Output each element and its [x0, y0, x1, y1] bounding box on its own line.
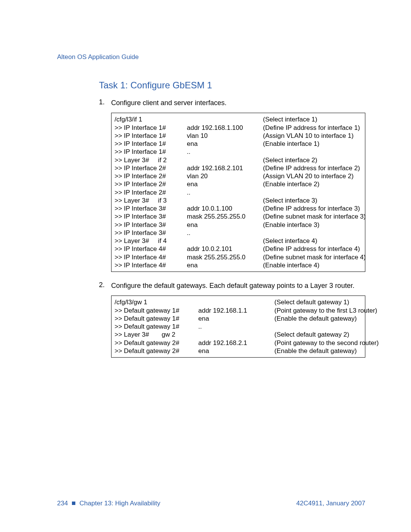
- step-text: Configure the default gateways. Each def…: [111, 281, 354, 290]
- cli-prompt: >> Default gateway 1#: [115, 307, 198, 315]
- cli-prompt: >> IP Interface 1#: [115, 132, 187, 140]
- cli-comment: (Select interface 2): [263, 156, 362, 164]
- cli-cmd: addr 10.0.2.101: [187, 245, 263, 253]
- cli-prompt: >> Layer 3# if 3: [115, 197, 187, 204]
- cli-prompt: >> IP Interface 4#: [115, 245, 187, 253]
- cli-cmd: addr 192.168.1.1: [198, 307, 274, 315]
- cli-cmd: ..: [187, 229, 263, 237]
- cli-comment: (Enable interface 1): [263, 140, 362, 148]
- cli-prompt: >> IP Interface 2#: [115, 180, 187, 188]
- cli-cmd: mask 255.255.255.0: [187, 253, 263, 261]
- page-number: 234: [57, 500, 68, 507]
- code-block-interfaces: /cfg/l3/if 1(Select interface 1) >> IP I…: [111, 113, 365, 272]
- cli-cmd: ena: [187, 140, 263, 148]
- cli-comment: (Define IP address for interface 4): [263, 245, 362, 253]
- cli-comment: (Define IP address for interface 1): [263, 124, 362, 132]
- cli-prompt: >> IP Interface 3#: [115, 229, 187, 237]
- cli-prompt: >> IP Interface 3#: [115, 204, 187, 212]
- cli-cmd: [187, 197, 263, 204]
- cli-cmd: [187, 156, 263, 164]
- cli-prompt: >> Default gateway 1#: [115, 315, 198, 323]
- cli-comment: (Define IP address for interface 3): [263, 204, 362, 212]
- cli-prompt: >> IP Interface 2#: [115, 164, 187, 172]
- cli-cmd: ena: [187, 221, 263, 229]
- step-number: 2.: [99, 281, 111, 290]
- cli-cmd: addr 192.168.2.1: [198, 339, 274, 347]
- cli-prompt: >> IP Interface 1#: [115, 140, 187, 148]
- code-block-gateways: /cfg/l3/gw 1(Select default gateway 1) >…: [111, 296, 365, 358]
- cli-comment: (Assign VLAN 20 to interface 2): [263, 172, 362, 180]
- cli-prompt: >> IP Interface 3#: [115, 221, 187, 229]
- cli-prompt: >> Layer 3# gw 2: [115, 331, 198, 339]
- step-number: 1.: [99, 98, 111, 107]
- cli-comment: [263, 189, 362, 197]
- cli-cmd: vlan 20: [187, 172, 263, 180]
- cli-comment: (Point gateway to the second router): [274, 339, 379, 347]
- cli-prompt: >> IP Interface 2#: [115, 172, 187, 180]
- cli-prompt: >> IP Interface 3#: [115, 212, 187, 220]
- cli-prompt: /cfg/l3/if 1: [115, 115, 187, 123]
- cli-comment: [263, 148, 362, 156]
- cli-cmd: ..: [198, 323, 274, 331]
- cli-cmd: addr 10.0.1.100: [187, 204, 263, 212]
- cli-comment: (Assign VLAN 10 to interface 1): [263, 132, 362, 140]
- cli-cmd: addr 192.168.1.100: [187, 124, 263, 132]
- cli-comment: (Select default gateway 1): [274, 298, 362, 306]
- cli-prompt: >> IP Interface 1#: [115, 148, 187, 156]
- square-bullet-icon: [72, 502, 75, 505]
- cli-comment: (Select interface 4): [263, 237, 362, 245]
- cli-comment: (Point gateway to the first L3 router): [274, 307, 377, 315]
- step-1: 1. Configure client and server interface…: [99, 98, 365, 107]
- step-2: 2. Configure the default gateways. Each …: [99, 281, 365, 290]
- cli-comment: (Enable interface 3): [263, 221, 362, 229]
- cli-cmd: [198, 298, 274, 306]
- cli-cmd: ena: [187, 180, 263, 188]
- cli-prompt: >> Layer 3# if 2: [115, 156, 187, 164]
- cli-comment: (Define IP address for interface 2): [263, 164, 362, 172]
- cli-comment: (Define subnet mask for interface 3): [263, 212, 366, 220]
- chapter-label: Chapter 13: High Availability: [80, 500, 160, 507]
- cli-cmd: ..: [187, 189, 263, 197]
- cli-cmd: addr 192.168.2.101: [187, 164, 263, 172]
- footer-left: 234 Chapter 13: High Availability: [57, 500, 160, 507]
- cli-comment: [263, 229, 362, 237]
- cli-cmd: [198, 331, 274, 339]
- footer-right: 42C4911, January 2007: [296, 500, 365, 507]
- cli-comment: (Enable interface 2): [263, 180, 362, 188]
- step-text: Configure client and server interfaces.: [111, 98, 226, 107]
- cli-comment: (Select default gateway 2): [274, 331, 362, 339]
- cli-prompt: >> Default gateway 2#: [115, 339, 198, 347]
- cli-comment: (Define subnet mask for interface 4): [263, 253, 366, 261]
- cli-comment: (Select interface 1): [263, 115, 362, 123]
- page-footer: 234 Chapter 13: High Availability 42C491…: [57, 500, 365, 507]
- cli-prompt: >> Default gateway 2#: [115, 347, 198, 355]
- task-heading: Task 1: Configure GbESM 1: [99, 80, 365, 91]
- cli-prompt: >> IP Interface 2#: [115, 189, 187, 197]
- cli-prompt: >> Layer 3# if 4: [115, 237, 187, 245]
- cli-cmd: ena: [187, 261, 263, 269]
- cli-prompt: >> IP Interface 4#: [115, 253, 187, 261]
- cli-prompt: >> IP Interface 4#: [115, 261, 187, 269]
- cli-comment: (Select interface 3): [263, 197, 362, 204]
- cli-comment: [274, 323, 362, 331]
- cli-cmd: ..: [187, 148, 263, 156]
- cli-prompt: /cfg/l3/gw 1: [115, 298, 198, 306]
- cli-comment: (Enable the default gateway): [274, 347, 362, 355]
- cli-prompt: >> Default gateway 1#: [115, 323, 198, 331]
- cli-prompt: >> IP Interface 1#: [115, 124, 187, 132]
- cli-cmd: vlan 10: [187, 132, 263, 140]
- document-header: Alteon OS Application Guide: [57, 53, 365, 61]
- cli-cmd: ena: [198, 347, 274, 355]
- cli-comment: (Enable interface 4): [263, 261, 362, 269]
- cli-cmd: [187, 115, 263, 123]
- cli-cmd: ena: [198, 315, 274, 323]
- cli-cmd: mask 255.255.255.0: [187, 212, 263, 220]
- cli-comment: (Enable the default gateway): [274, 315, 362, 323]
- cli-cmd: [187, 237, 263, 245]
